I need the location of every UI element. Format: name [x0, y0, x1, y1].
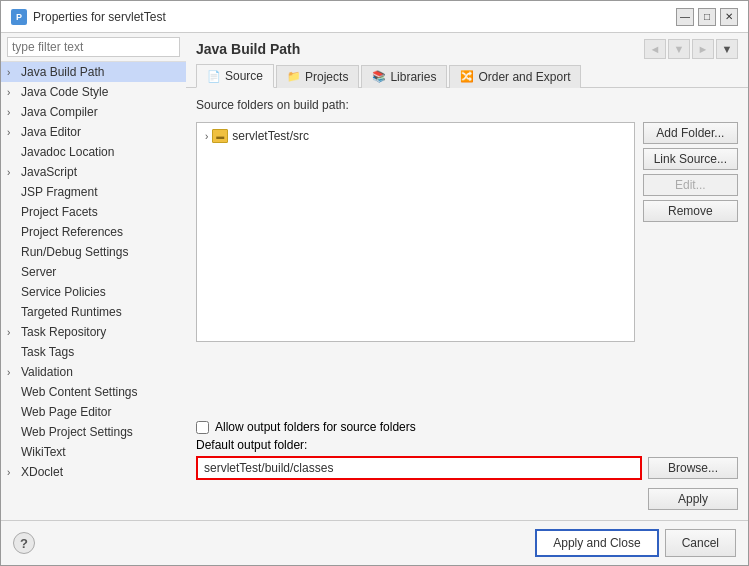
output-folder-input[interactable] — [196, 456, 642, 480]
edit-button[interactable]: Edit... — [643, 174, 738, 196]
output-folder-section: Default output folder: Browse... — [196, 438, 738, 480]
sidebar-item-web-content-settings[interactable]: Web Content Settings — [1, 382, 186, 402]
sidebar-arrow-icon: › — [7, 107, 17, 118]
sidebar-item-javascript[interactable]: ›JavaScript — [1, 162, 186, 182]
close-button[interactable]: ✕ — [720, 8, 738, 26]
sidebar-item-label: Server — [21, 265, 56, 279]
sidebar-item-project-facets[interactable]: Project Facets — [1, 202, 186, 222]
sidebar-arrow-icon: › — [7, 467, 17, 478]
sidebar-item-task-repository[interactable]: ›Task Repository — [1, 322, 186, 342]
sidebar-items-container: ›Java Build Path›Java Code Style›Java Co… — [1, 62, 186, 482]
nav-dropdown-button[interactable]: ▼ — [716, 39, 738, 59]
sidebar-item-java-build-path[interactable]: ›Java Build Path — [1, 62, 186, 82]
main-panel: Java Build Path ◄ ▼ ► ▼ 📄 Source 📁 Proje… — [186, 33, 748, 520]
title-bar-left: P Properties for servletTest — [11, 9, 166, 25]
sidebar-item-label: Javadoc Location — [21, 145, 114, 159]
sidebar-item-wikitext[interactable]: WikiText — [1, 442, 186, 462]
sidebar-item-label: Run/Debug Settings — [21, 245, 128, 259]
properties-dialog: P Properties for servletTest — □ ✕ ›Java… — [0, 0, 749, 566]
sidebar-item-label: Java Code Style — [21, 85, 108, 99]
right-buttons: Add Folder... Link Source... Edit... Rem… — [643, 122, 738, 412]
sidebar-item-label: Targeted Runtimes — [21, 305, 122, 319]
sidebar-item-run-debug-settings[interactable]: Run/Debug Settings — [1, 242, 186, 262]
output-folder-label: Default output folder: — [196, 438, 738, 452]
tab-libraries[interactable]: 📚 Libraries — [361, 65, 447, 88]
sidebar: ›Java Build Path›Java Code Style›Java Co… — [1, 33, 186, 520]
source-folders-label: Source folders on build path: — [196, 98, 738, 112]
sidebar-item-label: Project References — [21, 225, 123, 239]
dialog-footer: ? Apply and Close Cancel — [1, 520, 748, 565]
sidebar-item-web-page-editor[interactable]: Web Page Editor — [1, 402, 186, 422]
allow-output-row: Allow output folders for source folders — [196, 420, 738, 434]
tab-source[interactable]: 📄 Source — [196, 64, 274, 88]
source-and-buttons: › ▬ servletTest/src Add Folder... Link S… — [196, 122, 738, 412]
sidebar-item-label: WikiText — [21, 445, 66, 459]
dialog-body: ›Java Build Path›Java Code Style›Java Co… — [1, 33, 748, 520]
cancel-button[interactable]: Cancel — [665, 529, 736, 557]
sidebar-item-service-policies[interactable]: Service Policies — [1, 282, 186, 302]
sidebar-item-label: XDoclet — [21, 465, 63, 479]
source-tree[interactable]: › ▬ servletTest/src — [196, 122, 635, 342]
sidebar-arrow-icon: › — [7, 127, 17, 138]
tab-order-label: Order and Export — [478, 70, 570, 84]
nav-forward-button[interactable]: ► — [692, 39, 714, 59]
sidebar-item-label: Task Tags — [21, 345, 74, 359]
sidebar-item-java-compiler[interactable]: ›Java Compiler — [1, 102, 186, 122]
sidebar-item-targeted-runtimes[interactable]: Targeted Runtimes — [1, 302, 186, 322]
nav-back-button[interactable]: ◄ — [644, 39, 666, 59]
apply-close-button[interactable]: Apply and Close — [535, 529, 658, 557]
footer-left: ? — [13, 532, 35, 554]
nav-separator: ▼ — [668, 39, 690, 59]
maximize-button[interactable]: □ — [698, 8, 716, 26]
sidebar-item-server[interactable]: Server — [1, 262, 186, 282]
tabs-bar: 📄 Source 📁 Projects 📚 Libraries 🔀 Order … — [186, 63, 748, 88]
sidebar-item-java-code-style[interactable]: ›Java Code Style — [1, 82, 186, 102]
sidebar-item-web-project-settings[interactable]: Web Project Settings — [1, 422, 186, 442]
main-title: Java Build Path — [196, 41, 300, 57]
projects-tab-icon: 📁 — [287, 70, 301, 83]
sidebar-item-task-tags[interactable]: Task Tags — [1, 342, 186, 362]
sidebar-item-label: Task Repository — [21, 325, 106, 339]
bottom-section: Allow output folders for source folders … — [196, 420, 738, 510]
help-button[interactable]: ? — [13, 532, 35, 554]
remove-button[interactable]: Remove — [643, 200, 738, 222]
sidebar-item-label: JavaScript — [21, 165, 77, 179]
tree-item[interactable]: › ▬ servletTest/src — [201, 127, 630, 145]
output-folder-row: Browse... — [196, 456, 738, 480]
sidebar-item-xdoclet[interactable]: ›XDoclet — [1, 462, 186, 482]
title-bar: P Properties for servletTest — □ ✕ — [1, 1, 748, 33]
tab-order-export[interactable]: 🔀 Order and Export — [449, 65, 581, 88]
apply-button[interactable]: Apply — [648, 488, 738, 510]
sidebar-item-label: Validation — [21, 365, 73, 379]
tab-projects[interactable]: 📁 Projects — [276, 65, 359, 88]
sidebar-item-label: Java Editor — [21, 125, 81, 139]
filter-input[interactable] — [7, 37, 180, 57]
allow-output-label: Allow output folders for source folders — [215, 420, 416, 434]
browse-button[interactable]: Browse... — [648, 457, 738, 479]
sidebar-arrow-icon: › — [7, 327, 17, 338]
folder-icon: ▬ — [212, 129, 228, 143]
sidebar-item-label: Project Facets — [21, 205, 98, 219]
sidebar-arrow-icon: › — [7, 367, 17, 378]
tab-projects-label: Projects — [305, 70, 348, 84]
sidebar-item-label: Service Policies — [21, 285, 106, 299]
sidebar-item-java-editor[interactable]: ›Java Editor — [1, 122, 186, 142]
dialog-title: Properties for servletTest — [33, 10, 166, 24]
tree-item-label: servletTest/src — [232, 129, 309, 143]
nav-buttons: ◄ ▼ ► ▼ — [644, 39, 738, 59]
minimize-button[interactable]: — — [676, 8, 694, 26]
title-buttons: — □ ✕ — [676, 8, 738, 26]
sidebar-item-label: Web Project Settings — [21, 425, 133, 439]
sidebar-item-validation[interactable]: ›Validation — [1, 362, 186, 382]
sidebar-item-label: Java Build Path — [21, 65, 104, 79]
sidebar-item-project-references[interactable]: Project References — [1, 222, 186, 242]
link-source-button[interactable]: Link Source... — [643, 148, 738, 170]
sidebar-item-javadoc-location[interactable]: Javadoc Location — [1, 142, 186, 162]
sidebar-item-jsp-fragment[interactable]: JSP Fragment — [1, 182, 186, 202]
sidebar-arrow-icon: › — [7, 67, 17, 78]
allow-output-checkbox[interactable] — [196, 421, 209, 434]
tab-libraries-label: Libraries — [390, 70, 436, 84]
libraries-tab-icon: 📚 — [372, 70, 386, 83]
add-folder-button[interactable]: Add Folder... — [643, 122, 738, 144]
sidebar-item-label: Java Compiler — [21, 105, 98, 119]
